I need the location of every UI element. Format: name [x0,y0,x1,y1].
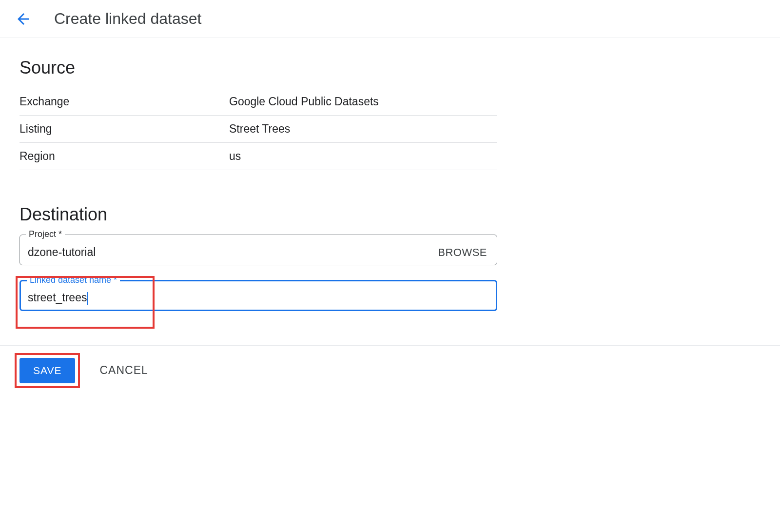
source-table: Exchange Google Cloud Public Datasets Li… [20,88,497,170]
linked-dataset-name-field[interactable]: Linked dataset name * street_trees [20,280,497,311]
dataset-field-label: Linked dataset name * [27,275,120,285]
dataset-field-value: street_trees [28,291,489,305]
source-value: Google Cloud Public Datasets [229,95,379,108]
dataset-field-container: Linked dataset name * street_trees [20,280,497,311]
source-label: Region [20,150,229,163]
content-area: Source Exchange Google Cloud Public Data… [0,38,517,311]
browse-button[interactable]: BROWSE [436,246,489,259]
source-label: Listing [20,122,229,136]
source-row-exchange: Exchange Google Cloud Public Datasets [20,88,497,116]
source-row-listing: Listing Street Trees [20,116,497,143]
destination-section-title: Destination [20,204,497,225]
project-field-value: dzone-tutorial [28,246,436,259]
project-field-label: Project * [26,229,65,239]
source-row-region: Region us [20,143,497,170]
source-value: Street Trees [229,122,290,136]
project-field-container: Project * dzone-tutorial BROWSE [20,235,497,265]
text-cursor-icon [87,292,88,305]
back-arrow-icon[interactable] [15,10,32,28]
page-header: Create linked dataset [0,0,780,38]
cancel-button[interactable]: CANCEL [99,364,148,377]
save-button[interactable]: SAVE [20,358,75,383]
source-value: us [229,150,241,163]
source-label: Exchange [20,95,229,108]
project-field[interactable]: Project * dzone-tutorial BROWSE [20,235,497,265]
save-button-wrap: SAVE [20,358,75,383]
page-title: Create linked dataset [54,10,201,28]
source-section-title: Source [20,58,497,78]
footer-actions: SAVE CANCEL [0,345,780,395]
